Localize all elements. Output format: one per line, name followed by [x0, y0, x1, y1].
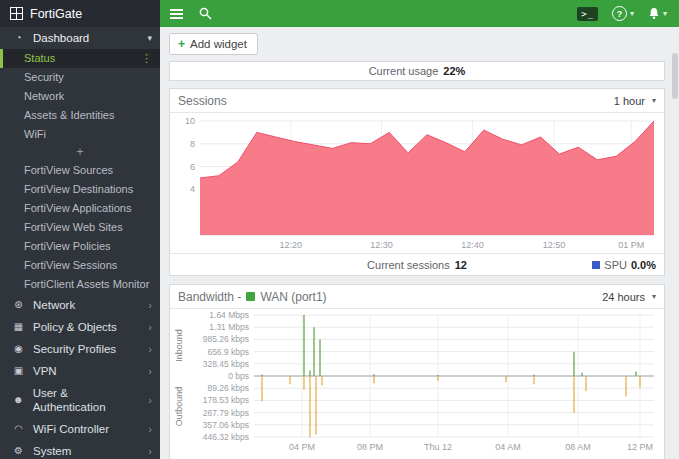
sidebar-section-label: Policy & Objects [33, 320, 117, 334]
sidebar-item-wifi[interactable]: WiFi [0, 125, 160, 144]
svg-text:Inbound: Inbound [174, 329, 184, 362]
svg-text:Thu 12: Thu 12 [424, 442, 452, 452]
hamburger-menu-icon[interactable] [170, 9, 183, 19]
sidebar-section-security-profiles[interactable]: ◉Security Profiles› [0, 338, 160, 360]
bandwidth-interface-label: WAN (port1) [260, 290, 326, 304]
sessions-widget-header: Sessions 1 hour ▾ [170, 89, 664, 113]
main-area: >_ ? ▾ ▾ + Add widget Current [160, 0, 679, 459]
bandwidth-widget: Bandwidth - WAN (port1) 24 hours ▾ 04 PM… [169, 284, 665, 459]
sidebar-item-label: FortiView Sources [24, 164, 152, 177]
sidebar-section-system[interactable]: ⚙System› [0, 440, 160, 459]
svg-text:12:40: 12:40 [461, 240, 484, 250]
vertical-scrollbar[interactable] [672, 27, 678, 459]
sidebar-item-label: FortiView Sessions [24, 259, 152, 272]
wan-interface-icon [246, 292, 255, 301]
sidebar-item-security[interactable]: Security [0, 68, 160, 87]
add-widget-button[interactable]: + Add widget [169, 33, 258, 55]
chevron-right-icon: › [148, 342, 152, 356]
notifications-button[interactable]: ▾ [648, 7, 667, 20]
system-icon: ⚙ [12, 444, 25, 458]
bandwidth-widget-title: Bandwidth - [178, 290, 241, 304]
spu-value: 0.0% [631, 259, 656, 271]
svg-text:656.9 kbps: 656.9 kbps [207, 347, 249, 357]
sidebar-item-label: FortiView Destinations [24, 183, 152, 196]
policy-objects-icon: ▦ [12, 320, 25, 334]
dashboard-content: + Add widget Current usage 22% Sessions … [160, 27, 679, 459]
sidebar-item-label: Security [24, 71, 152, 84]
chevron-right-icon: › [148, 364, 152, 378]
bandwidth-widget-header: Bandwidth - WAN (port1) 24 hours ▾ [170, 285, 664, 309]
current-sessions-value: 12 [455, 259, 467, 271]
sidebar-add-dashboard-button[interactable]: + [0, 144, 160, 161]
search-icon[interactable] [199, 7, 212, 20]
sidebar-item-label: WiFi [24, 128, 152, 141]
sessions-range-value: 1 hour [614, 95, 645, 107]
sidebar-item-label: FortiView Applications [24, 202, 152, 215]
sidebar-section-label: User & Authentication [33, 386, 141, 414]
svg-text:357.06 kbps: 357.06 kbps [203, 420, 249, 430]
sidebar-sections: ⊛Network›▦Policy & Objects›◉Security Pro… [0, 294, 160, 459]
cli-console-button[interactable]: >_ [577, 7, 598, 21]
network-icon: ⊛ [12, 298, 25, 312]
wifi-controller-icon: ◠ [12, 422, 25, 436]
svg-text:12:20: 12:20 [280, 240, 303, 250]
svg-text:328.45 kbps: 328.45 kbps [203, 359, 249, 369]
sidebar-item-fortiview-sources[interactable]: FortiView Sources [0, 161, 160, 180]
sidebar-item-fortiview-sessions[interactable]: FortiView Sessions [0, 256, 160, 275]
sidebar-item-label: Network [24, 90, 152, 103]
item-options-icon[interactable]: ⋮ [141, 52, 152, 65]
sidebar-item-label: FortiClient Assets Monitor [24, 278, 152, 291]
sidebar-section-network[interactable]: ⊛Network› [0, 294, 160, 316]
dashboard-icon: ◔ [12, 31, 25, 45]
usage-widget-partial: Current usage 22% [169, 61, 665, 81]
sidebar-item-assets-identities[interactable]: Assets & Identities [0, 106, 160, 125]
svg-text:6: 6 [190, 162, 195, 172]
svg-text:1.64 Mbps: 1.64 Mbps [209, 310, 249, 320]
chevron-down-icon: ▾ [652, 292, 656, 301]
sidebar-section-vpn[interactable]: ▣VPN› [0, 360, 160, 382]
sidebar-section-policy-objects[interactable]: ▦Policy & Objects› [0, 316, 160, 338]
chevron-down-icon: ▾ [147, 31, 152, 45]
current-usage-value: 22% [443, 65, 465, 77]
fortigate-logo[interactable]: FortiGate [0, 0, 160, 27]
plus-icon: + [178, 37, 185, 51]
vpn-icon: ▣ [12, 364, 25, 378]
bandwidth-range-select[interactable]: 24 hours ▾ [602, 291, 656, 303]
sidebar-item-fortiview-web-sites[interactable]: FortiView Web Sites [0, 218, 160, 237]
svg-text:12 PM: 12 PM [627, 442, 653, 452]
svg-text:12:50: 12:50 [543, 240, 566, 250]
sessions-range-select[interactable]: 1 hour ▾ [614, 95, 656, 107]
svg-text:04 AM: 04 AM [495, 442, 521, 452]
sidebar-item-dashboard[interactable]: ◔ Dashboard ▾ [0, 27, 160, 49]
sessions-chart: 12:2012:3012:4012:5001 PM46810 [170, 113, 664, 253]
sidebar-item-label: FortiView Web Sites [24, 221, 152, 234]
help-button[interactable]: ? ▾ [612, 6, 634, 21]
chevron-right-icon: › [148, 422, 152, 436]
bandwidth-chart: 04 PM08 PMThu 1204 AM08 AM12 PM1.64 Mbps… [170, 309, 664, 457]
sidebar-item-label: Status [24, 52, 137, 65]
chevron-right-icon: › [148, 393, 152, 407]
chevron-right-icon: › [148, 444, 152, 458]
svg-text:8: 8 [190, 139, 195, 149]
svg-text:08 PM: 08 PM [357, 442, 383, 452]
sidebar-item-label: FortiView Policies [24, 240, 152, 253]
sidebar-item-label: Assets & Identities [24, 109, 152, 122]
sidebar-section-wifi-controller[interactable]: ◠WiFi Controller› [0, 418, 160, 440]
sidebar-item-network[interactable]: Network [0, 87, 160, 106]
sidebar-item-fortiview-applications[interactable]: FortiView Applications [0, 199, 160, 218]
sidebar-item-forticlient-assets-monitor[interactable]: FortiClient Assets Monitor [0, 275, 160, 294]
sidebar-section-user-authentication[interactable]: ☻User & Authentication› [0, 382, 160, 418]
scrollbar-thumb[interactable] [672, 53, 678, 99]
current-sessions-label: Current sessions [367, 259, 450, 271]
sidebar-item-status[interactable]: Status⋮ [0, 49, 160, 68]
sidebar: FortiGate ◔ Dashboard ▾ Status⋮SecurityN… [0, 0, 160, 459]
spu-label: SPU [604, 259, 627, 271]
sessions-footer: Current sessions 12 SPU 0.0% [170, 253, 664, 275]
sidebar-section-label: VPN [33, 364, 57, 378]
fortigate-app: FortiGate ◔ Dashboard ▾ Status⋮SecurityN… [0, 0, 679, 459]
spu-color-swatch [592, 261, 600, 269]
sidebar-item-fortiview-destinations[interactable]: FortiView Destinations [0, 180, 160, 199]
chevron-right-icon: › [148, 320, 152, 334]
sidebar-item-fortiview-policies[interactable]: FortiView Policies [0, 237, 160, 256]
sidebar-section-label: System [33, 444, 71, 458]
